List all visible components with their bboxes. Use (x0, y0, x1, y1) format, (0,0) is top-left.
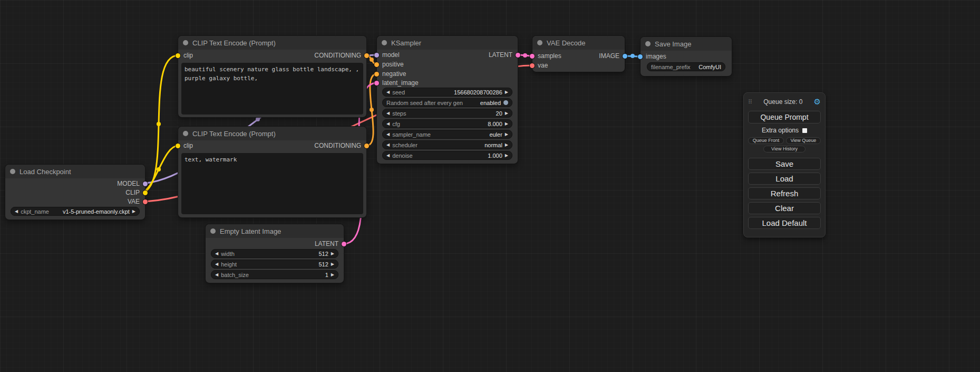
model-slot-dot[interactable] (143, 182, 148, 186)
batch-size-widget[interactable]: ◀ batch_size 1 ▶ (211, 270, 338, 279)
decrement-arrow-icon[interactable]: ◀ (215, 250, 218, 257)
positive-prompt-textarea[interactable]: beautiful scenery nature glass bottle la… (181, 63, 363, 115)
clear-button[interactable]: Clear (748, 202, 821, 214)
latent-slot-dot[interactable] (342, 242, 346, 246)
collapse-dot-icon[interactable] (10, 169, 15, 174)
vae-slot-dot[interactable] (143, 199, 148, 204)
input-slot-model[interactable]: model (374, 51, 400, 59)
conditioning-slot-dot[interactable] (364, 53, 369, 58)
collapse-dot-icon[interactable] (645, 41, 651, 46)
decrement-arrow-icon[interactable]: ◀ (386, 151, 390, 159)
collapse-dot-icon[interactable] (537, 40, 542, 45)
node-title-bar[interactable]: Save Image (641, 37, 732, 51)
clip-text-encode-negative-node[interactable]: CLIP Text Encode (Prompt) clip CONDITION… (178, 127, 366, 217)
save-image-node[interactable]: Save Image images filename_prefix ComfyU… (641, 37, 732, 76)
increment-arrow-icon[interactable]: ▶ (331, 250, 334, 257)
node-title-bar[interactable]: CLIP Text Encode (Prompt) (178, 127, 366, 140)
collapse-dot-icon[interactable] (210, 228, 216, 234)
model-slot-dot[interactable] (374, 53, 379, 58)
input-slot-images[interactable]: images (638, 53, 666, 60)
view-history-button[interactable]: View History (763, 146, 806, 152)
node-title-bar[interactable]: CLIP Text Encode (Prompt) (178, 36, 366, 50)
filename-prefix-widget[interactable]: filename_prefix ComfyUI (647, 62, 725, 71)
output-slot-model[interactable]: MODEL (117, 180, 148, 187)
extra-options-checkbox[interactable] (802, 128, 807, 133)
sampler-name-widget[interactable]: ◀ sampler_name euler ▶ (382, 130, 512, 139)
output-slot-latent[interactable]: LATENT (315, 240, 346, 247)
empty-latent-image-node[interactable]: Empty Latent Image LATENT ◀ width 512 ▶ … (206, 224, 344, 283)
negative-prompt-textarea[interactable]: text, watermark (181, 153, 363, 214)
conditioning-slot-dot[interactable] (364, 144, 369, 148)
width-widget[interactable]: ◀ width 512 ▶ (211, 249, 338, 258)
clip-slot-dot[interactable] (176, 144, 180, 148)
load-checkpoint-node[interactable]: Load Checkpoint MODEL CLIP VAE ◀ ckpt_na… (5, 165, 145, 220)
view-queue-button[interactable]: View Queue (786, 137, 821, 144)
vae-slot-dot[interactable] (530, 63, 535, 68)
decrement-arrow-icon[interactable]: ◀ (386, 120, 390, 128)
vae-decode-node[interactable]: VAE Decode samples vae IMAGE (532, 36, 625, 72)
increment-arrow-icon[interactable]: ▶ (505, 151, 508, 159)
increment-arrow-icon[interactable]: ▶ (505, 88, 508, 96)
decrement-arrow-icon[interactable]: ◀ (215, 260, 218, 268)
latent-slot-dot[interactable] (374, 81, 379, 85)
decrement-arrow-icon[interactable]: ◀ (386, 88, 390, 96)
input-slot-vae[interactable]: vae (530, 62, 548, 69)
decrement-arrow-icon[interactable]: ◀ (15, 207, 18, 215)
steps-widget[interactable]: ◀ steps 20 ▶ (382, 109, 512, 118)
node-title-bar[interactable]: KSampler (377, 36, 518, 50)
clip-slot-dot[interactable] (143, 190, 148, 195)
output-slot-image[interactable]: IMAGE (599, 52, 627, 60)
output-slot-latent[interactable]: LATENT (489, 51, 520, 59)
conditioning-slot-dot[interactable] (374, 62, 379, 67)
collapse-dot-icon[interactable] (183, 131, 188, 136)
scheduler-widget[interactable]: ◀ scheduler normal ▶ (382, 140, 512, 149)
collapse-dot-icon[interactable] (382, 40, 387, 45)
toggle-knob-icon[interactable] (503, 100, 508, 105)
increment-arrow-icon[interactable]: ▶ (505, 130, 508, 138)
collapse-dot-icon[interactable] (183, 40, 188, 45)
input-slot-latent-image[interactable]: latent_image (374, 79, 419, 87)
increment-arrow-icon[interactable]: ▶ (331, 260, 334, 268)
height-widget[interactable]: ◀ height 512 ▶ (211, 260, 338, 269)
load-button[interactable]: Load (748, 173, 821, 185)
increment-arrow-icon[interactable]: ▶ (505, 120, 508, 128)
ksampler-node[interactable]: KSampler model positive negative latent_… (377, 36, 518, 164)
increment-arrow-icon[interactable]: ▶ (505, 109, 508, 117)
output-slot-clip[interactable]: CLIP (125, 189, 148, 196)
output-slot-vae[interactable]: VAE (128, 198, 148, 205)
latent-slot-dot[interactable] (516, 53, 520, 58)
conditioning-slot-dot[interactable] (374, 72, 379, 77)
settings-gear-icon[interactable]: ⚙ (814, 97, 821, 107)
queue-prompt-button[interactable]: Queue Prompt (748, 111, 821, 123)
node-title-bar[interactable]: Load Checkpoint (5, 165, 145, 178)
decrement-arrow-icon[interactable]: ◀ (215, 271, 218, 279)
increment-arrow-icon[interactable]: ▶ (132, 207, 135, 215)
increment-arrow-icon[interactable]: ▶ (505, 141, 508, 149)
decrement-arrow-icon[interactable]: ◀ (386, 141, 390, 149)
input-slot-positive[interactable]: positive (374, 61, 404, 68)
increment-arrow-icon[interactable]: ▶ (331, 271, 334, 279)
refresh-button[interactable]: Refresh (748, 187, 821, 199)
cfg-widget[interactable]: ◀ cfg 8.000 ▶ (382, 119, 512, 128)
output-slot-conditioning[interactable]: CONDITIONING (314, 52, 369, 59)
input-slot-clip[interactable]: clip (176, 142, 193, 149)
queue-front-button[interactable]: Queue Front (748, 137, 784, 144)
node-graph-canvas[interactable]: Load Checkpoint MODEL CLIP VAE ◀ ckpt_na… (0, 0, 980, 372)
load-default-button[interactable]: Load Default (748, 217, 821, 229)
node-title-bar[interactable]: VAE Decode (532, 36, 625, 50)
save-button[interactable]: Save (748, 158, 821, 170)
output-slot-conditioning[interactable]: CONDITIONING (314, 142, 369, 149)
node-title-bar[interactable]: Empty Latent Image (206, 224, 344, 238)
input-slot-clip[interactable]: clip (176, 52, 193, 59)
clip-text-encode-positive-node[interactable]: CLIP Text Encode (Prompt) clip CONDITION… (178, 36, 366, 117)
clip-slot-dot[interactable] (176, 53, 180, 58)
input-slot-samples[interactable]: samples (530, 52, 561, 60)
image-slot-dot[interactable] (623, 54, 627, 59)
image-slot-dot[interactable] (638, 54, 643, 59)
denoise-widget[interactable]: ◀ denoise 1.000 ▶ (382, 151, 512, 160)
decrement-arrow-icon[interactable]: ◀ (386, 109, 390, 117)
input-slot-negative[interactable]: negative (374, 70, 406, 78)
random-seed-toggle[interactable]: Random seed after every gen enabled (382, 98, 512, 107)
decrement-arrow-icon[interactable]: ◀ (386, 130, 390, 138)
seed-widget[interactable]: ◀ seed 156680208700286 ▶ (382, 88, 512, 97)
